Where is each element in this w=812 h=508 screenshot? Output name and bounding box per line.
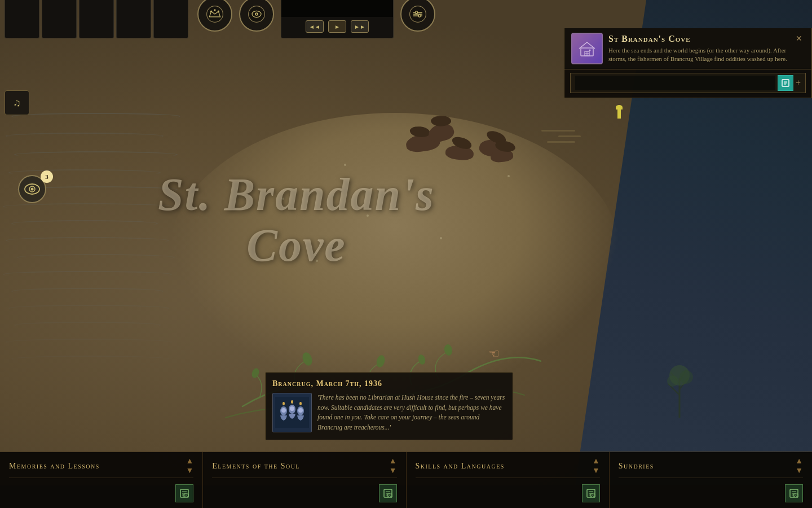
arrow-down-icon: ▼ bbox=[389, 466, 397, 475]
narrative-box: Brancrug, March 7th, 1936 bbox=[265, 372, 513, 440]
arrow-down-icon: ▼ bbox=[795, 466, 803, 475]
narrative-date: Brancrug, March 7th, 1936 bbox=[272, 379, 506, 388]
svg-point-15 bbox=[214, 9, 215, 11]
bottom-section-elements: Elements of the Soul ▲ ▼ bbox=[203, 452, 406, 508]
playback-area: ◄◄ ► ►► bbox=[281, 0, 394, 38]
svg-point-47 bbox=[291, 400, 293, 404]
memories-expand-button[interactable]: ▲ ▼ bbox=[186, 457, 193, 475]
play-button[interactable]: ► bbox=[328, 20, 346, 33]
rewind-button[interactable]: ◄◄ bbox=[306, 20, 324, 33]
svg-point-41 bbox=[281, 408, 286, 413]
location-panel: St Brandan's Cove Here the sea ends and … bbox=[564, 28, 812, 98]
svg-point-16 bbox=[218, 11, 219, 12]
map-shimmer bbox=[367, 214, 369, 217]
nav-btn-options[interactable] bbox=[400, 0, 435, 32]
close-location-panel-button[interactable]: ✕ bbox=[793, 33, 805, 44]
svg-point-11 bbox=[667, 375, 678, 387]
skills-book-button[interactable] bbox=[582, 484, 600, 502]
location-marker bbox=[617, 107, 621, 119]
svg-point-43 bbox=[290, 406, 294, 411]
card-slot-1[interactable] bbox=[5, 0, 39, 38]
skills-title-bar: Skills and Languages ▲ ▼ bbox=[416, 452, 600, 478]
narrative-image bbox=[272, 393, 312, 432]
arrow-down-icon: ▼ bbox=[186, 466, 193, 475]
map-line bbox=[558, 135, 581, 137]
elements-content bbox=[212, 478, 396, 508]
elements-title: Elements of the Soul bbox=[212, 462, 300, 471]
top-bar: ◄◄ ► ►► bbox=[0, 0, 812, 28]
sundries-expand-button[interactable]: ▲ ▼ bbox=[795, 457, 803, 475]
bottom-section-skills: Skills and Languages ▲ ▼ bbox=[407, 452, 610, 508]
vision-count-badge: 3 bbox=[41, 170, 53, 183]
svg-point-34 bbox=[589, 50, 591, 51]
sundries-title: Sundries bbox=[619, 462, 654, 471]
nav-btn-eye-map[interactable] bbox=[239, 0, 274, 32]
skills-content bbox=[416, 478, 600, 508]
action-plus-button[interactable]: + bbox=[796, 78, 801, 88]
action-bar-input[interactable] bbox=[575, 76, 775, 90]
svg-point-48 bbox=[299, 402, 302, 405]
elements-expand-button[interactable]: ▲ ▼ bbox=[389, 457, 397, 475]
skills-title: Skills and Languages bbox=[416, 462, 505, 471]
bottom-section-memories: Memories and Lessons ▲ ▼ bbox=[0, 452, 203, 508]
elements-title-bar: Elements of the Soul ▲ ▼ bbox=[212, 452, 396, 478]
music-button[interactable]: ♫ bbox=[5, 90, 29, 115]
location-text: St Brandan's Cove Here the sea ends and … bbox=[603, 34, 793, 64]
svg-point-14 bbox=[210, 11, 212, 12]
nav-btn-crown[interactable] bbox=[197, 0, 232, 32]
sundries-content bbox=[619, 478, 803, 508]
location-header: St Brandan's Cove Here the sea ends and … bbox=[564, 28, 811, 69]
map-line bbox=[541, 130, 575, 132]
svg-point-29 bbox=[31, 188, 34, 191]
narrative-text: 'There has been no Librarian at Hush Hou… bbox=[317, 393, 506, 433]
svg-point-26 bbox=[418, 15, 421, 17]
location-panel-description: Here the sea ends and the world begins (… bbox=[608, 46, 788, 64]
arrow-up-icon: ▲ bbox=[186, 457, 193, 466]
sundries-title-bar: Sundries ▲ ▼ bbox=[619, 452, 803, 478]
skills-expand-button[interactable]: ▲ ▼ bbox=[592, 457, 600, 475]
map-shimmer bbox=[316, 260, 318, 262]
memories-book-button[interactable] bbox=[175, 484, 193, 502]
arrow-up-icon: ▲ bbox=[389, 457, 397, 466]
location-action-bar: + bbox=[570, 73, 806, 93]
bottom-bar: Memories and Lessons ▲ ▼ Elements of the bbox=[0, 452, 812, 508]
svg-point-2 bbox=[443, 344, 453, 356]
bottom-section-sundries: Sundries ▲ ▼ bbox=[610, 452, 812, 508]
card-slot-3[interactable] bbox=[79, 0, 114, 38]
card-slot-5[interactable] bbox=[153, 0, 188, 38]
svg-point-12 bbox=[679, 370, 693, 384]
card-slot-4[interactable] bbox=[116, 0, 151, 38]
action-icon-button[interactable] bbox=[778, 75, 793, 91]
svg-point-1 bbox=[375, 354, 386, 369]
fast-forward-button[interactable]: ►► bbox=[351, 20, 369, 33]
arrow-up-icon: ▲ bbox=[592, 457, 600, 466]
map-shimmer bbox=[440, 237, 442, 239]
svg-point-25 bbox=[416, 11, 418, 14]
cursor-indicator: ☞ bbox=[488, 347, 500, 361]
elements-book-button[interactable] bbox=[379, 484, 397, 502]
arrow-down-icon: ▼ bbox=[592, 466, 600, 475]
narrative-body: 'There has been no Librarian at Hush Hou… bbox=[272, 393, 506, 433]
map-line bbox=[547, 141, 575, 143]
svg-point-3 bbox=[250, 367, 260, 379]
tree-decoration bbox=[657, 361, 702, 418]
location-panel-title: St Brandan's Cove bbox=[608, 34, 788, 44]
card-slot-2[interactable] bbox=[42, 0, 77, 38]
svg-point-20 bbox=[256, 14, 257, 15]
svg-point-46 bbox=[283, 402, 285, 405]
memories-content bbox=[9, 478, 193, 508]
arrow-up-icon: ▲ bbox=[795, 457, 803, 466]
svg-point-4 bbox=[417, 354, 426, 365]
memories-title: Memories and Lessons bbox=[9, 462, 100, 471]
location-icon bbox=[571, 33, 603, 64]
music-note-icon: ♫ bbox=[13, 97, 21, 109]
map-shimmer bbox=[282, 198, 284, 200]
map-shimmer bbox=[344, 164, 346, 166]
memories-title-bar: Memories and Lessons ▲ ▼ bbox=[9, 452, 193, 478]
sundries-book-button[interactable] bbox=[785, 484, 803, 502]
svg-point-0 bbox=[301, 351, 314, 367]
map-shimmer bbox=[508, 175, 510, 177]
svg-point-45 bbox=[298, 408, 303, 413]
